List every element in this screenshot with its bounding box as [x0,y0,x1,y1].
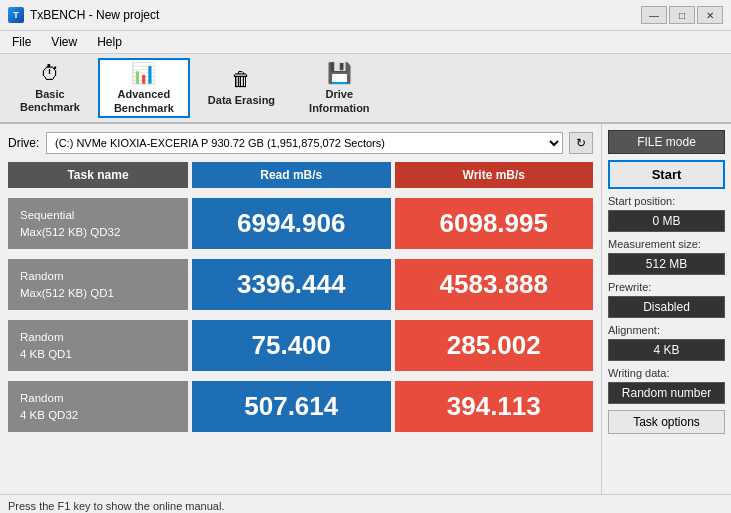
col-header-read: Read mB/s [192,162,391,188]
toolbar-btn-erasing[interactable]: 🗑 Data Erasing [192,58,291,118]
menu-file[interactable]: File [4,33,39,51]
start-position-block: Start position: 0 MB [608,195,725,232]
prewrite-block: Prewrite: Disabled [608,281,725,318]
measurement-size-label: Measurement size: [608,238,725,250]
maximize-button[interactable]: □ [669,6,695,24]
col-header-write: Write mB/s [395,162,594,188]
drive-row: Drive: (C:) NVMe KIOXIA-EXCERIA P 930.72… [8,132,593,154]
start-button[interactable]: Start [608,160,725,189]
table-header: Task name Read mB/s Write mB/s [8,162,593,188]
menu-bar: File View Help [0,31,731,54]
task-options-button[interactable]: Task options [608,410,725,434]
row1-read: 6994.906 [192,198,391,249]
file-mode-button[interactable]: FILE mode [608,130,725,154]
drive-label: Drive: [8,136,40,150]
toolbar-label-erasing: Data Erasing [208,94,275,107]
row2-write: 4583.888 [395,259,594,310]
table-row: Random4 KB QD32 507.614 394.113 [8,381,593,432]
data-erasing-icon: 🗑 [231,68,251,91]
row1-write: 6098.995 [395,198,594,249]
window-controls: — □ ✕ [641,6,723,24]
row4-label: Random4 KB QD32 [8,381,188,432]
writing-data-block: Writing data: Random number [608,367,725,404]
title-bar: T TxBENCH - New project — □ ✕ [0,0,731,31]
prewrite-value: Disabled [608,296,725,318]
toolbar-btn-drive[interactable]: 💾 DriveInformation [293,58,386,118]
alignment-value: 4 KB [608,339,725,361]
prewrite-label: Prewrite: [608,281,725,293]
row3-write: 285.002 [395,320,594,371]
toolbar: ⏱ BasicBenchmark 📊 AdvancedBenchmark 🗑 D… [0,54,731,124]
start-position-value: 0 MB [608,210,725,232]
row2-label: RandomMax(512 KB) QD1 [8,259,188,310]
drive-select[interactable]: (C:) NVMe KIOXIA-EXCERIA P 930.72 GB (1,… [46,132,563,154]
menu-view[interactable]: View [43,33,85,51]
writing-data-label: Writing data: [608,367,725,379]
alignment-label: Alignment: [608,324,725,336]
drive-information-icon: 💾 [327,61,352,85]
app-title: TxBENCH - New project [30,8,159,22]
close-button[interactable]: ✕ [697,6,723,24]
title-bar-left: T TxBENCH - New project [8,7,159,23]
alignment-block: Alignment: 4 KB [608,324,725,361]
row3-label: Random4 KB QD1 [8,320,188,371]
row4-read: 507.614 [192,381,391,432]
table-row: RandomMax(512 KB) QD1 3396.444 4583.888 [8,259,593,310]
main-content: Drive: (C:) NVMe KIOXIA-EXCERIA P 930.72… [0,124,731,494]
toolbar-label-drive: DriveInformation [309,88,370,114]
row4-write: 394.113 [395,381,594,432]
drive-refresh-button[interactable]: ↻ [569,132,593,154]
start-position-label: Start position: [608,195,725,207]
right-panel: FILE mode Start Start position: 0 MB Mea… [601,124,731,494]
advanced-benchmark-icon: 📊 [131,61,156,85]
status-text: Press the F1 key to show the online manu… [8,500,224,512]
status-bar: Press the F1 key to show the online manu… [0,494,731,513]
menu-help[interactable]: Help [89,33,130,51]
toolbar-btn-advanced[interactable]: 📊 AdvancedBenchmark [98,58,190,118]
table-row: Random4 KB QD1 75.400 285.002 [8,320,593,371]
toolbar-label-advanced: AdvancedBenchmark [114,88,174,114]
row2-read: 3396.444 [192,259,391,310]
table-row: SequentialMax(512 KB) QD32 6994.906 6098… [8,198,593,249]
app-icon: T [8,7,24,23]
left-panel: Drive: (C:) NVMe KIOXIA-EXCERIA P 930.72… [0,124,601,494]
writing-data-value: Random number [608,382,725,404]
measurement-size-value: 512 MB [608,253,725,275]
toolbar-label-basic: BasicBenchmark [20,88,80,114]
basic-benchmark-icon: ⏱ [40,62,60,85]
row1-label: SequentialMax(512 KB) QD32 [8,198,188,249]
col-header-task: Task name [8,162,188,188]
measurement-size-block: Measurement size: 512 MB [608,238,725,275]
row3-read: 75.400 [192,320,391,371]
toolbar-btn-basic[interactable]: ⏱ BasicBenchmark [4,58,96,118]
minimize-button[interactable]: — [641,6,667,24]
